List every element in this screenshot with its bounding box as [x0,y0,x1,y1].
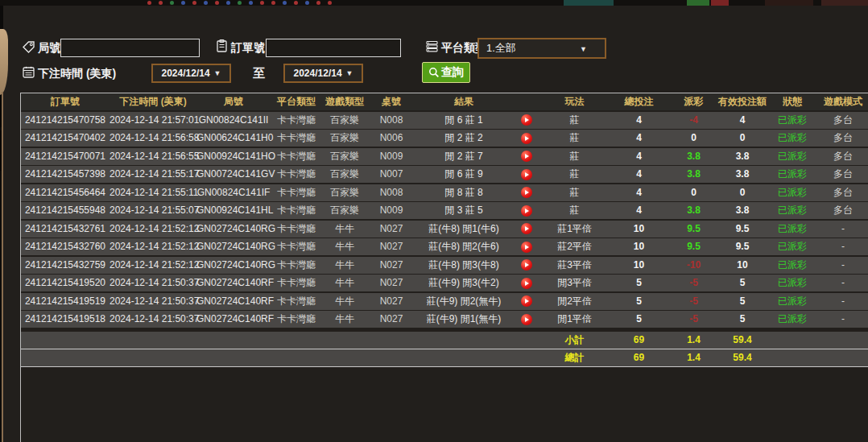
table-row: 2412142154327612024-12-14 21:52:12GN0272… [21,221,868,238]
replay-button[interactable] [521,169,532,180]
background-block [821,0,868,6]
cell-table_no: N008 [367,184,415,201]
cell-table_no [367,349,415,366]
cell-bet_type: 閒3平倍 [540,275,609,291]
cell-result: 閒 2 莊 2 [415,130,512,147]
cell-result: 閒 8 莊 8 [415,184,512,201]
cell-valid: 5 [718,311,767,328]
cell-platform [271,332,322,349]
cell-replay [512,311,540,328]
cell-order: 241214215432759 [21,257,110,274]
cell-result: 閒 3 莊 5 [415,202,512,219]
cell-replay [512,166,540,183]
cell-round: GN00924C141HO [196,148,271,165]
cell-total: 5 [609,275,669,291]
cell-result: 莊(牛9) 閒1(無牛) [415,311,512,328]
cell-time: 2024-12-14 21:56:58 [110,130,196,147]
cell-time: 2024-12-14 21:50:37 [110,293,196,310]
cell-table_no: N027 [367,311,415,328]
chevron-down-icon: ▼ [346,69,353,77]
cell-valid: 3.8 [718,166,767,183]
cell-payout: 9.5 [669,221,718,238]
cell-platform: 卡卡灣廳 [271,238,322,255]
cell-order: 241214215419520 [21,275,110,291]
play-icon [525,118,529,122]
date-to-select[interactable]: 2024/12/14 ▼ [283,64,363,83]
play-icon [525,136,529,141]
replay-button[interactable] [521,223,532,234]
cell-valid: 9.5 [718,238,767,255]
cell-payout: -5 [669,293,718,310]
cell-round [196,349,271,366]
column-header-game: 遊戲類型 [322,93,367,110]
column-header-order: 訂單號 [21,93,110,110]
bet-records-table: 訂單號下注時間 (美東)局號平台類型遊戲類型桌號結果玩法總投注派彩有效投注額狀態… [20,93,868,442]
cell-bet_type: 莊1平倍 [540,221,609,238]
column-header-total: 總投注 [609,93,669,110]
cell-order: 241214215455948 [21,202,110,219]
replay-button[interactable] [521,205,532,217]
replay-button[interactable] [521,187,532,198]
cell-play [512,332,540,349]
cell-round: GN00724C141GV [196,166,271,183]
cell-status: 已派彩 [767,184,818,201]
chevron-down-icon: ▼ [580,45,587,53]
cell-replay [512,293,540,310]
cell-payout: 3.8 [669,148,718,165]
replay-button[interactable] [521,314,532,325]
cell-platform: 卡卡灣廳 [271,148,322,165]
cell-status: 已派彩 [767,130,818,147]
replay-button[interactable] [521,242,532,253]
roadmap-dot [215,1,219,5]
cell-status: 已派彩 [767,112,818,129]
cell-payout: 3.8 [669,202,718,219]
date-from-select[interactable]: 2024/12/14 ▼ [151,64,231,83]
order-number-input[interactable] [266,39,401,57]
replay-button[interactable] [521,278,532,289]
play-icon [525,190,529,195]
cell-bet_type: 閒1平倍 [540,311,609,328]
cell-status: 已派彩 [767,293,818,310]
bet-time-label: 下注時間 (美東) [38,67,116,81]
cell-payout: 0 [669,184,718,201]
replay-button[interactable] [521,259,532,271]
cell-replay [512,130,540,147]
cell-bet_type: 小計 [540,332,609,349]
cell-replay [512,257,540,274]
cell-bet_type: 莊 [540,148,609,165]
cell-table_no: N008 [367,112,415,129]
cell-bet_type: 莊3平倍 [540,257,609,274]
cell-status: 已派彩 [767,275,818,291]
platform-type-select[interactable]: 1.全部 ▼ [477,38,606,59]
cell-order: 241214215470071 [21,148,110,165]
cell-order [21,349,110,366]
cell-result: 莊(牛8) 閒1(牛6) [415,221,512,238]
cell-game: 牛牛 [322,275,367,291]
cell-total: 4 [609,202,669,219]
round-number-input[interactable] [60,39,200,57]
cell-platform: 卡卡灣廳 [271,275,322,291]
cell-platform: 卡卡灣廳 [271,221,322,238]
query-button[interactable]: 查詢 [422,62,470,83]
cell-game [322,349,367,366]
column-header-result: 結果 [415,93,512,110]
play-icon [525,317,529,322]
replay-button[interactable] [521,133,532,144]
play-icon [525,209,529,213]
play-icon [525,262,529,267]
cell-game: 百家樂 [322,184,367,201]
replay-button[interactable] [521,151,532,162]
cell-mode: - [818,293,868,310]
cell-payout: 0 [669,130,718,147]
cell-status: 已派彩 [767,148,818,165]
cell-play [512,349,540,366]
replay-button[interactable] [521,114,532,126]
cell-game: 牛牛 [322,311,367,328]
query-button-label: 查詢 [441,65,464,80]
cell-round: GN02724C140RG [196,257,271,274]
replay-button[interactable] [521,295,532,307]
cell-round: GN00924C141HL [196,202,271,219]
table-row: 2412142154195202024-12-14 21:50:37GN0272… [21,275,868,291]
play-icon [525,281,529,286]
cell-bet_type: 莊 [540,184,609,201]
